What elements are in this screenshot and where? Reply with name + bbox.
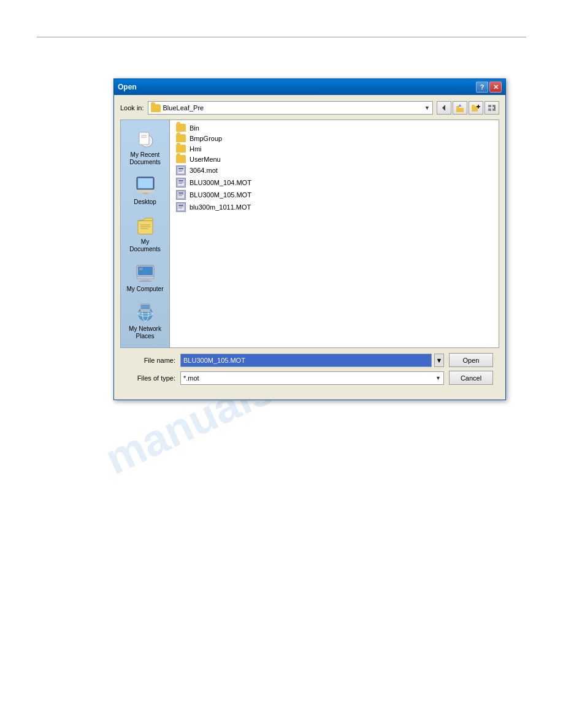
sidebar-item-desktop-label: Desktop: [134, 199, 156, 206]
svg-rect-57: [178, 195, 182, 196]
desktop-icon: [134, 175, 156, 197]
svg-rect-52: [178, 182, 183, 183]
mot-file-icon: [176, 178, 186, 188]
svg-rect-26: [138, 221, 153, 234]
folder-icon: [176, 155, 186, 163]
list-item[interactable]: BLU300M_105.MOT: [174, 189, 495, 201]
toolbar-row: Look in: BlueLeaf_Pre ▼: [120, 101, 499, 115]
svg-rect-37: [139, 281, 151, 282]
sidebar-item-recent[interactable]: My Recent Documents: [124, 125, 167, 169]
svg-marker-3: [458, 104, 462, 107]
mot-file-icon: [176, 202, 186, 212]
svg-rect-24: [137, 189, 154, 190]
dialog-content: Look in: BlueLeaf_Pre ▼: [114, 95, 505, 400]
sidebar-item-mycomputer-label: My Computer: [126, 286, 163, 293]
list-item[interactable]: BmpGroup: [174, 133, 495, 143]
filename-dropdown-arrow[interactable]: ▼: [434, 354, 444, 367]
list-item[interactable]: Bin: [174, 123, 495, 133]
list-item[interactable]: Hmi: [174, 143, 495, 154]
main-area: My Recent Documents Desktop: [120, 119, 499, 348]
list-item[interactable]: blu300m_1011.MOT: [174, 201, 495, 213]
help-button[interactable]: ?: [476, 82, 488, 93]
mot-file-icon: [176, 190, 186, 200]
my-documents-icon: [134, 214, 156, 237]
filetype-row: Files of type: *.mot ▼ Cancel: [126, 371, 493, 385]
svg-rect-36: [142, 279, 149, 281]
my-network-places-icon: [134, 301, 156, 324]
sidebar-item-recent-label: My Recent Documents: [126, 151, 164, 166]
file-name: 3064.mot: [190, 167, 218, 174]
svg-rect-22: [138, 178, 153, 188]
create-folder-button[interactable]: [469, 101, 483, 115]
look-in-select[interactable]: BlueLeaf_Pre ▼: [148, 101, 433, 115]
svg-rect-1: [456, 108, 464, 112]
file-name: BLU300M_104.MOT: [190, 179, 251, 186]
file-name: UserMenu: [190, 156, 221, 163]
recent-docs-icon: [134, 127, 156, 150]
open-dialog: Open ? ✕ Look in: BlueLeaf_Pre ▼: [113, 78, 506, 400]
filetype-input-container: *.mot ▼: [180, 371, 444, 385]
open-button[interactable]: Open: [449, 353, 493, 367]
svg-rect-10: [488, 108, 491, 111]
up-folder-button[interactable]: [453, 101, 467, 115]
sidebar-item-network[interactable]: My Network Places: [124, 299, 167, 343]
svg-rect-60: [178, 207, 183, 207]
sidebar-item-mydocs[interactable]: My Documents: [124, 212, 167, 256]
folder-icon: [151, 104, 161, 112]
svg-marker-0: [442, 105, 445, 111]
file-name: Bin: [190, 124, 199, 132]
filetype-arrow: ▼: [435, 375, 441, 381]
back-button[interactable]: [437, 101, 451, 115]
toolbar-buttons: [437, 101, 499, 115]
filename-input[interactable]: [180, 354, 432, 367]
file-name: BmpGroup: [190, 135, 222, 142]
filetype-select[interactable]: *.mot ▼: [180, 371, 444, 385]
close-button[interactable]: ✕: [489, 82, 502, 93]
list-item[interactable]: BLU300M_104.MOT: [174, 176, 495, 189]
folder-icon: [176, 134, 186, 142]
svg-rect-9: [492, 105, 496, 107]
sidebar-item-mydocs-label: My Documents: [126, 238, 164, 253]
filetype-value: *.mot: [183, 374, 199, 382]
file-name: blu300m_1011.MOT: [190, 203, 251, 211]
list-item[interactable]: UserMenu: [174, 154, 495, 164]
file-name: Hmi: [190, 145, 202, 153]
title-bar-buttons: ? ✕: [476, 82, 502, 93]
svg-rect-35: [137, 276, 154, 279]
svg-rect-47: [178, 168, 183, 169]
svg-rect-61: [178, 208, 182, 208]
svg-rect-55: [178, 192, 183, 194]
folder-icon: [176, 145, 186, 153]
svg-rect-17: [139, 132, 149, 145]
svg-rect-59: [178, 205, 183, 206]
folder-icon: [176, 124, 186, 132]
title-bar: Open ? ✕: [114, 79, 505, 95]
dialog-title: Open: [118, 83, 137, 91]
cancel-button[interactable]: Cancel: [449, 371, 493, 385]
mot-file-icon: [176, 165, 186, 175]
views-button[interactable]: [484, 101, 499, 115]
list-item[interactable]: 3064.mot: [174, 164, 495, 176]
filetype-label: Files of type:: [126, 374, 175, 382]
look-in-label: Look in:: [120, 104, 144, 112]
sidebar-item-mycomputer[interactable]: My Computer: [124, 259, 167, 295]
svg-rect-49: [178, 171, 182, 172]
svg-rect-56: [178, 194, 183, 195]
filename-label: File name:: [126, 357, 175, 364]
look-in-value: BlueLeaf_Pre: [163, 104, 204, 112]
svg-rect-51: [178, 180, 183, 181]
file-list-area[interactable]: Bin BmpGroup Hmi UserMenu: [169, 119, 499, 348]
look-in-arrow: ▼: [424, 105, 430, 111]
svg-rect-44: [141, 305, 150, 309]
svg-rect-11: [492, 108, 496, 111]
bottom-bar: File name: ▼ Open Files of type: *.mot ▼…: [120, 348, 499, 393]
svg-rect-53: [178, 183, 182, 184]
svg-rect-25: [143, 192, 148, 194]
sidebar-item-desktop[interactable]: Desktop: [124, 172, 167, 208]
svg-rect-5: [472, 105, 475, 106]
look-in-select-inner: BlueLeaf_Pre: [151, 104, 204, 112]
svg-rect-8: [488, 105, 491, 107]
filename-input-container: ▼: [180, 354, 444, 367]
svg-rect-38: [139, 268, 143, 270]
title-bar-title: Open: [118, 83, 137, 91]
